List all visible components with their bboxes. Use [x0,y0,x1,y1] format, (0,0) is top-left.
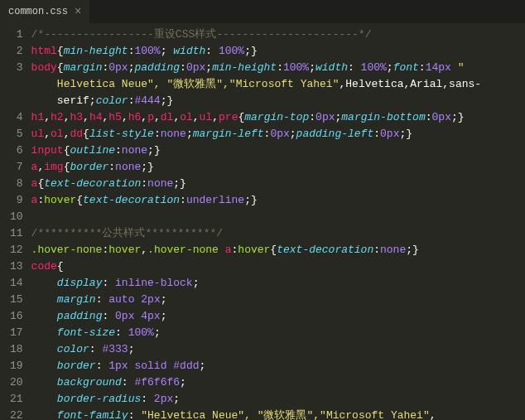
line-number: 20 [10,374,23,391]
line-number: 17 [10,325,23,341]
close-icon[interactable]: × [75,5,81,18]
line-number: 13 [10,258,23,275]
code-line: a{text-decoration:none;} [31,176,482,192]
line-number: 1 [10,27,23,43]
code-line: code{ [31,258,482,275]
line-number [10,76,23,93]
code-line: border: 1px solid #ddd; [31,358,482,374]
line-number: 8 [10,176,23,192]
code-line: font-family: "Helvetica Neue", "微软雅黑","M… [31,408,482,420]
code-line: margin: auto 2px; [31,292,482,308]
tab-label: common.css [8,6,68,17]
line-number [10,93,23,109]
code-line: /*-----------------重设CSS样式--------------… [31,27,482,43]
line-number: 5 [10,126,23,142]
line-number: 16 [10,308,23,325]
code-line: color: #333; [31,341,482,358]
tab-common-css[interactable]: common.css × [0,0,89,23]
line-number: 4 [10,109,23,126]
code-line: input{outline:none;} [31,142,482,159]
code-line: padding: 0px 4px; [31,308,482,325]
code-line: ul,ol,dd{list-style:none;margin-left:0px… [31,126,482,142]
line-number: 9 [10,192,23,209]
code-line: serif;color:#444;} [31,93,482,109]
code-line: font-size: 100%; [31,325,482,341]
line-number: 14 [10,275,23,292]
code-line: Helvetica Neue", "微软雅黑","Microsoft Yahei… [31,76,482,93]
code-line: a,img{border:none;} [31,159,482,176]
line-number: 2 [10,43,23,60]
line-number: 18 [10,341,23,358]
line-number: 21 [10,391,23,408]
tab-bar: common.css × [0,0,525,23]
line-number: 7 [10,159,23,176]
line-number: 10 [10,209,23,225]
line-number: 12 [10,242,23,258]
code-line: html{min-height:100%; width: 100%;} [31,43,482,60]
editor[interactable]: 123 45678910111213141516171819202122 23 … [0,23,525,420]
code-line: body{margin:0px;padding:0px;min-height:1… [31,60,482,76]
code-line: .hover-none:hover,.hover-none a:hover{te… [31,242,482,258]
code-line: background: #f6f6f6; [31,374,482,391]
line-number: 3 [10,60,23,76]
code-line: a:hover{text-decoration:underline;} [31,192,482,209]
line-number: 19 [10,358,23,374]
code-line: /**********公共样式***********/ [31,225,482,242]
line-number: 6 [10,142,23,159]
line-number: 22 [10,408,23,420]
code-line: display: inline-block; [31,275,482,292]
line-number: 15 [10,292,23,308]
line-number-gutter: 123 45678910111213141516171819202122 23 [0,23,31,420]
line-number: 11 [10,225,23,242]
code-line: border-radius: 2px; [31,391,482,408]
code-line [31,209,482,225]
code-line: h1,h2,h3,h4,h5,h6,p,dl,ol,ul,pre{margin-… [31,109,482,126]
code-area[interactable]: /*-----------------重设CSS样式--------------… [31,23,482,420]
